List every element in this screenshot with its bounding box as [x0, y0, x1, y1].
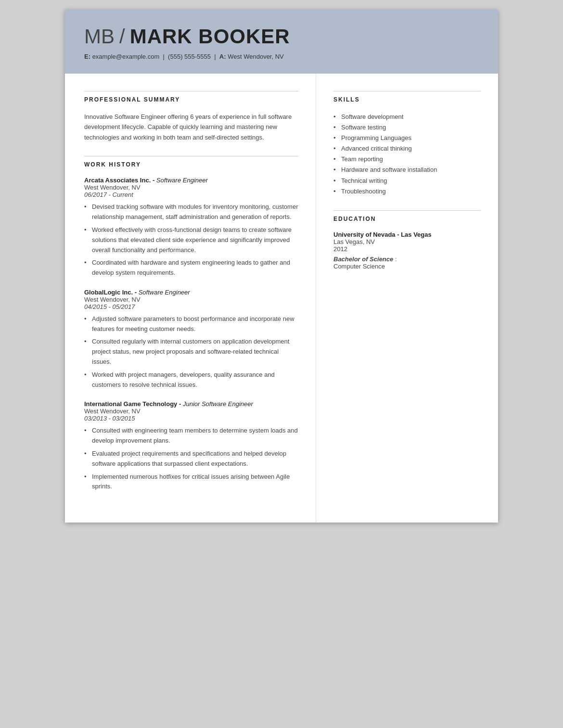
- list-item: Worked with project managers, developers…: [84, 370, 298, 390]
- list-item: Hardware and software installation: [333, 165, 481, 175]
- job-location-3: West Wendover, NV: [84, 408, 298, 415]
- job-company-1: Arcata Associates Inc. - Software Engine…: [84, 177, 298, 184]
- address-label: A:: [219, 53, 226, 60]
- job-entry-3: International Game Technology - Junior S…: [84, 400, 298, 492]
- list-item: Programming Languages: [333, 133, 481, 143]
- list-item: Coordinated with hardware and system eng…: [84, 258, 298, 278]
- job-bullets-2: Adjusted software parameters to boost pe…: [84, 314, 298, 390]
- header-initials: MB: [84, 25, 115, 48]
- main-content: PROFESSIONAL SUMMARY Innovative Software…: [65, 74, 498, 523]
- edu-location: Las Vegas, NV: [333, 238, 481, 245]
- professional-summary-title: PROFESSIONAL SUMMARY: [84, 91, 298, 106]
- job-entry-1: Arcata Associates Inc. - Software Engine…: [84, 177, 298, 278]
- list-item: Adjusted software parameters to boost pe…: [84, 314, 298, 334]
- professional-summary-section: PROFESSIONAL SUMMARY Innovative Software…: [84, 91, 298, 142]
- skills-section: SKILLS Software development Software tes…: [333, 91, 481, 197]
- list-item: Evaluated project requirements and speci…: [84, 449, 298, 469]
- list-item: Team reporting: [333, 154, 481, 165]
- job-location-2: West Wendover, NV: [84, 296, 298, 303]
- list-item: Technical writing: [333, 176, 481, 186]
- header-name-row: MB / MARK BOOKER: [84, 25, 479, 48]
- list-item: Consulted with engineering team members …: [84, 426, 298, 446]
- list-item: Implemented numerous hotfixes for critic…: [84, 472, 298, 492]
- right-column: SKILLS Software development Software tes…: [316, 74, 498, 523]
- list-item: Software development: [333, 112, 481, 122]
- summary-text: Innovative Software Engineer offering 6 …: [84, 112, 298, 142]
- edu-school: University of Nevada - Las Vegas: [333, 231, 481, 238]
- left-column: PROFESSIONAL SUMMARY Innovative Software…: [65, 74, 316, 523]
- email-value: example@example.com: [92, 53, 160, 60]
- job-company-2: GlobalLogic Inc. - Software Engineer: [84, 289, 298, 296]
- job-location-1: West Wendover, NV: [84, 184, 298, 191]
- list-item: Software testing: [333, 122, 481, 133]
- edu-degree: Bachelor of Science :: [333, 255, 481, 263]
- list-item: Advanced critical thinking: [333, 143, 481, 154]
- job-company-3: International Game Technology - Junior S…: [84, 400, 298, 408]
- education-title: EDUCATION: [333, 210, 481, 225]
- job-dates-2: 04/2015 - 05/2017: [84, 303, 298, 310]
- list-item: Troubleshooting: [333, 186, 481, 197]
- work-history-section: WORK HISTORY Arcata Associates Inc. - So…: [84, 156, 298, 492]
- skills-list: Software development Software testing Pr…: [333, 112, 481, 197]
- address-value: West Wendover, NV: [228, 53, 284, 60]
- edu-year: 2012: [333, 245, 481, 253]
- job-dates-1: 06/2017 - Current: [84, 191, 298, 198]
- header-contact: E: example@example.com | (555) 555-5555 …: [84, 53, 479, 60]
- header-section: MB / MARK BOOKER E: example@example.com …: [65, 10, 498, 74]
- skills-title: SKILLS: [333, 91, 481, 106]
- job-dates-3: 03/2013 - 03/2015: [84, 415, 298, 422]
- resume-page: MB / MARK BOOKER E: example@example.com …: [65, 10, 498, 523]
- list-item: Worked effectively with cross-functional…: [84, 225, 298, 255]
- header-slash: /: [119, 25, 125, 48]
- education-section: EDUCATION University of Nevada - Las Veg…: [333, 210, 481, 270]
- list-item: Consulted regularly with internal custom…: [84, 337, 298, 367]
- header-fullname: MARK BOOKER: [130, 25, 290, 48]
- job-bullets-1: Devised tracking software with modules f…: [84, 202, 298, 278]
- job-entry-2: GlobalLogic Inc. - Software Engineer Wes…: [84, 289, 298, 390]
- work-history-title: WORK HISTORY: [84, 156, 298, 171]
- email-label: E:: [84, 53, 90, 60]
- phone-value: (555) 555-5555: [168, 53, 211, 60]
- job-bullets-3: Consulted with engineering team members …: [84, 426, 298, 492]
- list-item: Devised tracking software with modules f…: [84, 202, 298, 222]
- edu-field: Computer Science: [333, 263, 481, 270]
